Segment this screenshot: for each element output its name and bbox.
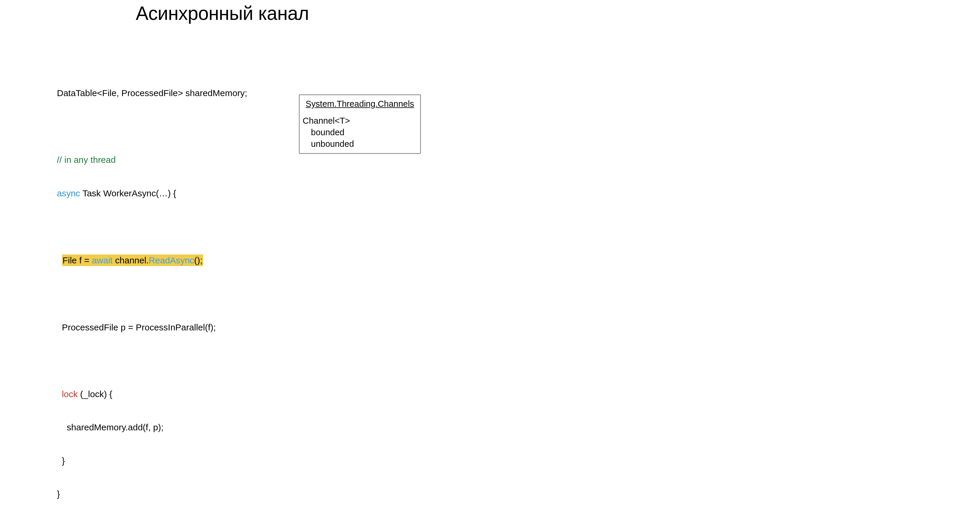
highlighted-line: File f = await channel.ReadAsync(); (62, 254, 204, 267)
code-line-9: } (57, 488, 247, 500)
code-blank-3 (57, 288, 247, 300)
slide: Асинхронный канал DataTable<File, Proces… (0, 0, 445, 233)
code-blank-1 (57, 121, 247, 132)
code-line-4: File f = await channel.ReadAsync(); (57, 254, 247, 267)
info-box-line-2: bounded (311, 127, 418, 138)
method-readasync: ReadAsync (149, 255, 194, 265)
code-lock-rest: (_lock) { (78, 389, 112, 399)
keyword-async: async (57, 188, 80, 198)
slide-title: Асинхронный канал (0, 2, 445, 24)
code-comment: // in any thread (57, 154, 247, 166)
code-channel-dot: channel. (113, 255, 149, 265)
code-call-end: (); (194, 255, 202, 265)
info-box-line-3: unbounded (311, 138, 418, 150)
code-line-6: lock (_lock) { (57, 388, 247, 400)
code-blank-2 (57, 221, 247, 232)
keyword-await: await (92, 255, 113, 265)
code-line-7: sharedMemory.add(f, p); (57, 422, 247, 433)
code-block: DataTable<File, ProcessedFile> sharedMem… (57, 65, 247, 514)
code-line-3-rest: Task WorkerAsync(…) { (80, 188, 176, 198)
info-box: System.Threading.Channels Channel<T> bou… (299, 94, 421, 154)
code-line-5: ProcessedFile p = ProcessInParallel(f); (57, 322, 247, 333)
keyword-lock: lock (62, 389, 78, 399)
code-blank-4 (57, 355, 247, 366)
code-line-1: DataTable<File, ProcessedFile> sharedMem… (57, 88, 247, 99)
code-file-decl: File f = (62, 255, 92, 265)
info-box-line-1: Channel<T> (303, 115, 418, 127)
code-line-8: } (57, 455, 247, 466)
code-line-3: async Task WorkerAsync(…) { (57, 188, 247, 199)
info-box-heading: System.Threading.Channels (305, 98, 418, 110)
code-indent (57, 389, 62, 399)
